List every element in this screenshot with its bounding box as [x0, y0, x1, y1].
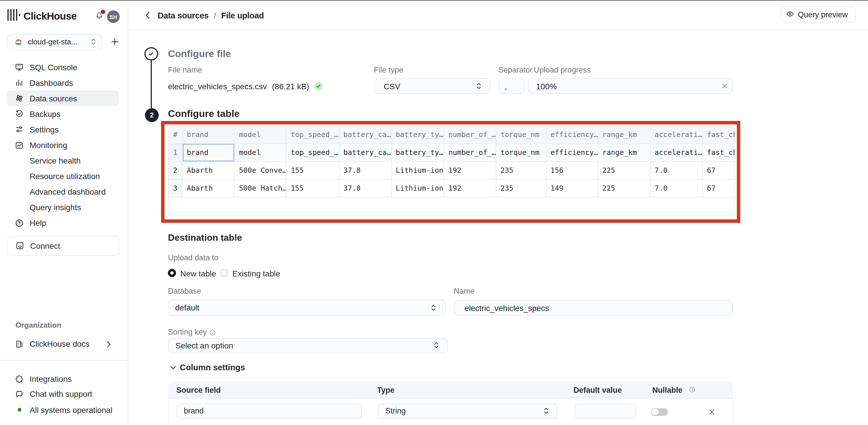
preview-cell[interactable]: 37.8 [339, 179, 392, 197]
connect-button[interactable]: Connect [7, 236, 119, 255]
preview-col-header: number_of_… [444, 127, 496, 144]
preview-cell[interactable]: Abarth [183, 162, 235, 179]
column-settings-row: brand String [168, 398, 733, 425]
breadcrumb-file-upload: File upload [221, 11, 264, 20]
clear-upload-icon[interactable] [721, 83, 727, 89]
column-settings-chevron-icon[interactable] [170, 365, 176, 370]
query-preview-button[interactable]: Query preview [780, 6, 856, 23]
breadcrumb-data-sources[interactable]: Data sources [158, 11, 209, 20]
preview-cell[interactable]: Abarth [183, 179, 235, 197]
sorting-key-select[interactable]: Select an option [168, 338, 448, 353]
upload-progress-input[interactable]: 100% [528, 78, 733, 94]
preview-cell[interactable]: 225 [598, 162, 651, 179]
database-select[interactable]: default [168, 300, 446, 316]
preview-cell[interactable]: 155 [287, 162, 339, 179]
source-field-input[interactable]: brand [177, 403, 362, 419]
radio-new-table[interactable] [168, 268, 176, 277]
cell-text: 500e Conve… [239, 166, 287, 174]
preview-cell[interactable]: efficiency… [547, 144, 598, 162]
sidebar-item-sql-console[interactable]: SQL Console [7, 59, 119, 75]
preview-cell[interactable]: Lithium-ion [392, 179, 444, 197]
preview-cell[interactable]: 192 [444, 162, 496, 179]
chevron-updown-icon [476, 82, 481, 90]
preview-cell[interactable]: 235 [496, 162, 547, 179]
sidebar-item-monitoring[interactable]: Monitoring [7, 137, 119, 153]
nullable-toggle[interactable] [651, 408, 668, 416]
sidebar-item-advanced-dashboard[interactable]: Advanced dashboard [7, 184, 119, 200]
preview-cell[interactable]: torque_nm [496, 144, 547, 162]
preview-cell[interactable]: battery_ca… [339, 144, 392, 162]
preview-cell[interactable]: 7.0 [651, 179, 703, 197]
preview-col-header: battery_ty… [392, 127, 444, 144]
preview-cell[interactable]: 67 [703, 162, 734, 179]
file-type-select[interactable]: CSV [374, 78, 490, 94]
breadcrumb-separator: / [214, 11, 216, 20]
preview-cell[interactable]: range_km [598, 144, 651, 162]
clickhouse-logo-icon[interactable] [7, 9, 20, 21]
back-button[interactable] [145, 11, 150, 20]
preview-cell[interactable]: number_of_… [444, 144, 496, 162]
cell-text: brand [187, 148, 208, 157]
sidebar-item-integrations[interactable]: Integrations [7, 372, 119, 386]
cell-text: range_km [602, 130, 637, 139]
preview-cell[interactable]: 500e Conve… [235, 162, 287, 179]
type-header: Type [377, 386, 395, 394]
cell-text: torque_nm [500, 148, 539, 157]
sidebar-item-dashboards[interactable]: Dashboards [7, 75, 119, 90]
preview-cell[interactable]: model [235, 144, 287, 162]
avatar[interactable]: SH [107, 10, 120, 23]
sidebar-item-data-sources[interactable]: Data sources [7, 90, 119, 106]
preview-cell[interactable]: 2 [168, 162, 183, 179]
sidebar-item-resource-utilization[interactable]: Resource utilization [7, 168, 119, 184]
separator-input[interactable]: , [498, 78, 524, 94]
sorting-key-label: Sorting key [168, 328, 207, 336]
cell-text: 225 [602, 166, 615, 174]
preview-table: #brandmodeltop_speed_…battery_ca…battery… [168, 126, 735, 216]
preview-cell[interactable]: fast_cha [703, 144, 734, 162]
preview-cell[interactable]: Lithium-ion [392, 162, 444, 179]
nullable-info-icon[interactable] [689, 387, 695, 393]
column-settings-label[interactable]: Column settings [180, 363, 245, 372]
type-select[interactable]: String [378, 403, 557, 419]
sorting-key-info-icon[interactable] [209, 329, 216, 336]
radio-existing-table[interactable] [220, 268, 228, 277]
preview-cell[interactable]: 235 [496, 179, 547, 197]
sidebar-item-backups[interactable]: Backups [7, 106, 119, 122]
preview-cell[interactable]: 155 [287, 179, 339, 197]
preview-cell[interactable]: 1 [168, 144, 183, 162]
cell-text: Lithium-ion [396, 166, 443, 174]
file-name-value: electric_vehicles_specs.csv(86.21 kB) [168, 82, 323, 91]
sidebar-item-all-systems-operational[interactable]: All systems operational [7, 403, 119, 417]
add-service-button[interactable] [111, 37, 119, 46]
service-selector[interactable]: cloud-get-sta... [7, 34, 101, 50]
sidebar-item-service-health[interactable]: Service health [7, 153, 119, 168]
preview-cell[interactable]: 192 [444, 179, 496, 197]
preview-cell[interactable]: 67 [703, 179, 734, 197]
source-field-value: brand [184, 407, 204, 416]
sidebar-item-help[interactable]: Help [7, 216, 119, 231]
preview-cell[interactable]: 7.0 [651, 162, 703, 179]
nullable-header: Nullable [652, 386, 682, 394]
preview-cell[interactable]: accelerati… [651, 144, 703, 162]
sidebar-item-query-insights[interactable]: Query insights [7, 200, 119, 216]
sidebar-item-chat-with-support[interactable]: Chat with support [7, 387, 119, 401]
sidebar-item-clickhouse-docs[interactable]: ClickHouse docs [7, 337, 119, 351]
name-input[interactable]: electric_vehicles_specs [455, 300, 733, 316]
preview-cell[interactable]: battery_ty… [392, 144, 444, 162]
cell-text: 37.8 [343, 183, 361, 192]
sidebar-item-settings[interactable]: Settings [7, 122, 119, 137]
sidebar-item-label: Help [30, 219, 46, 228]
sidebar-divider [0, 360, 128, 361]
preview-cell[interactable]: 500e Hatch… [235, 179, 287, 197]
preview-cell[interactable]: 225 [598, 179, 651, 197]
preview-cell[interactable]: 156 [547, 162, 598, 179]
preview-cell[interactable]: 3 [168, 179, 183, 197]
preview-cell[interactable]: 149 [547, 179, 598, 197]
file-valid-check-icon [314, 82, 323, 90]
default-value-input[interactable] [575, 403, 636, 419]
sidebar: ClickHouse SH cloud-get-sta... [0, 1, 128, 425]
preview-cell[interactable]: 37.8 [339, 162, 392, 179]
preview-cell[interactable]: top_speed_… [287, 144, 339, 162]
preview-cell[interactable]: brand [183, 144, 235, 162]
remove-column-button[interactable] [709, 408, 715, 415]
